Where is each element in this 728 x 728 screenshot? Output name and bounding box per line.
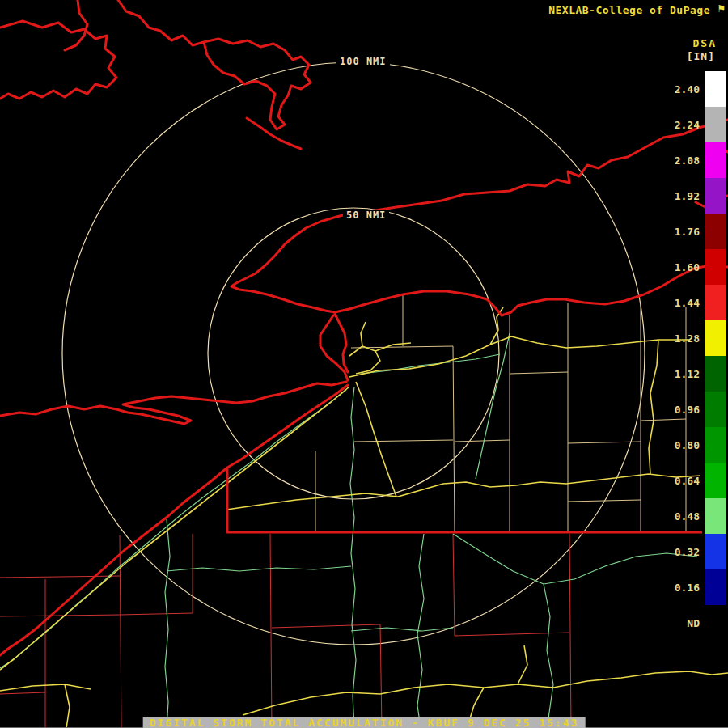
county-lines-ny — [315, 294, 686, 531]
colorbar-level: 1.60 — [666, 249, 726, 285]
attribution-text: NEXLAB-College of DuPage — [548, 4, 710, 16]
colorbar-level: ND — [666, 605, 726, 641]
colorbar-level-swatch — [705, 249, 726, 285]
colorbar-level: 2.08 — [666, 142, 726, 178]
colorbar-level-swatch — [705, 392, 726, 427]
colorbar-level-label: 1.28 — [666, 332, 700, 345]
colorbar-level-swatch — [705, 605, 726, 641]
colorbar-level-label: 1.92 — [666, 190, 700, 202]
colorbar-level-swatch — [705, 107, 726, 142]
colorbar-level-swatch — [705, 463, 726, 498]
colorbar-level-swatch — [705, 498, 726, 534]
colorbar-level: 1.44 — [666, 285, 726, 320]
colorbar-levels: 2.402.242.081.921.761.601.441.281.120.96… — [666, 71, 726, 641]
colorbar-level-swatch — [705, 142, 726, 178]
range-ring-label-50nmi: 50 NMI — [343, 210, 389, 221]
colorbar-level: 1.12 — [666, 356, 726, 392]
colorbar-level: 1.28 — [666, 320, 726, 356]
colorbar-level-swatch — [705, 71, 726, 107]
radar-map — [0, 0, 728, 728]
colorbar-level-swatch — [705, 569, 726, 605]
colorbar-level-swatch — [705, 427, 726, 463]
colorbar-level-label: 1.60 — [666, 261, 700, 273]
great-lakes-shoreline — [0, 120, 728, 655]
colorbar-level-label: 0.64 — [666, 475, 700, 487]
colorbar-level-label: 1.44 — [666, 297, 700, 309]
colorbar-level: 1.92 — [666, 178, 726, 214]
colorbar-level: 0.64 — [666, 463, 726, 498]
colorbar-level-swatch — [705, 534, 726, 569]
colorbar-level-label: 2.24 — [666, 119, 700, 131]
colorbar-level-swatch — [705, 214, 726, 249]
highways — [0, 307, 728, 728]
colorbar-level: 1.76 — [666, 214, 726, 249]
colorbar-level: 0.48 — [666, 498, 726, 534]
radar-frame: { "header": { "attribution": "NEXLAB-Col… — [0, 0, 728, 728]
colorbar-level-label: 2.08 — [666, 154, 700, 167]
colorbar-level: 2.40 — [666, 71, 726, 107]
colorbar-level: 0.16 — [666, 569, 726, 605]
colorbar-level-label: 1.12 — [666, 368, 700, 380]
colorbar-level: 0.80 — [666, 427, 726, 463]
colorbar-level: 0.32 — [666, 534, 726, 569]
colorbar-level-label: 0.96 — [666, 404, 700, 416]
county-lines-pa — [0, 534, 571, 728]
colorbar-level-swatch — [705, 178, 726, 214]
colorbar-level-swatch — [705, 285, 726, 320]
colorbar-level: 0.96 — [666, 392, 726, 427]
colorbar-level-label: 1.76 — [666, 226, 700, 238]
product-title-bar: DIGITAL STORM TOTAL ACCUMULATION - KBUF … — [143, 717, 586, 728]
colorbar-level-label: 0.48 — [666, 510, 700, 523]
cod-flag-icon: ⚑ — [718, 2, 725, 14]
colorbar-level-label: 0.16 — [666, 582, 700, 594]
canada-shorelines — [0, 0, 728, 207]
colorbar-level-swatch — [705, 320, 726, 356]
units-label: [IN] — [687, 50, 715, 62]
colorbar-level-label: 0.32 — [666, 546, 700, 558]
roads — [0, 333, 697, 728]
colorbar-level-label: 2.40 — [666, 83, 700, 95]
product-code-label: DSA — [693, 37, 717, 49]
colorbar-level-swatch — [705, 356, 726, 392]
colorbar-level: 2.24 — [666, 107, 726, 142]
range-ring-label-100nmi: 100 NMI — [336, 56, 390, 67]
colorbar-level-label: ND — [666, 617, 700, 629]
colorbar-level-label: 0.80 — [666, 439, 700, 451]
